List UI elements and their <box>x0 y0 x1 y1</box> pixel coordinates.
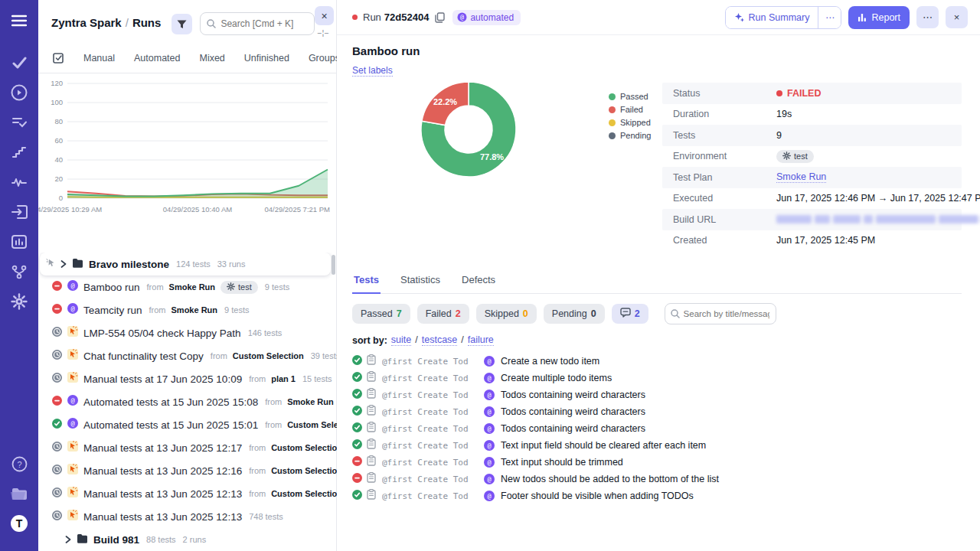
run-list-item[interactable]: Chat functinality test CopyfromCustom Se… <box>38 344 337 367</box>
more-actions-button[interactable]: ⋯ <box>916 6 939 28</box>
test-plan-link[interactable]: Smoke Run <box>776 171 826 183</box>
close-run-button[interactable]: × <box>946 6 968 28</box>
automated-badge[interactable]: @automated <box>452 10 521 25</box>
run-list-item[interactable]: Manual tests at 17 Jun 2025 10:09frompla… <box>38 367 337 390</box>
projects-folder-icon[interactable] <box>9 484 29 504</box>
svg-text:100: 100 <box>51 98 63 106</box>
gear-icon <box>782 152 791 161</box>
sign-in-icon[interactable] <box>9 202 29 222</box>
filter-failed-button[interactable]: Failed2 <box>417 304 469 324</box>
scrollbar-thumb[interactable] <box>332 255 335 275</box>
folder-row[interactable]: Bravo milestone124 tests33 runs <box>40 253 331 276</box>
environment-badge[interactable]: test <box>220 281 258 294</box>
run-list-item[interactable]: @Bamboo runfromSmoke Runtest9 tests <box>38 276 337 298</box>
run-title: Chat functinality test Copy <box>83 350 204 362</box>
run-from-label: from <box>249 466 266 475</box>
finished-clock-icon <box>52 327 62 337</box>
svg-text:@: @ <box>70 282 74 289</box>
branches-icon[interactable] <box>9 262 29 282</box>
chevron-right-icon[interactable] <box>60 257 67 271</box>
list-check-icon[interactable] <box>9 112 29 132</box>
set-labels-link[interactable]: Set labels <box>352 65 393 77</box>
test-title: Todos containing weird characters <box>501 406 645 417</box>
comments-filter-button[interactable]: 2 <box>612 304 648 324</box>
folder-row[interactable]: Build 98188 tests2 runs <box>38 528 337 551</box>
run-tests-count: 39 tests <box>311 351 337 360</box>
menu-icon[interactable] <box>9 11 29 31</box>
status-value: FAILED <box>776 88 821 99</box>
runs-tab-manual[interactable]: Manual <box>83 53 115 64</box>
panel-close-button[interactable]: × <box>315 6 334 25</box>
breadcrumb-project[interactable]: Zyntra Spark <box>51 16 122 29</box>
chevron-right-icon[interactable] <box>65 533 71 546</box>
test-suite-path: @first Create Todos... <box>382 458 469 468</box>
manual-run-icon <box>67 326 78 340</box>
run-detail-panel: Run 72d52404 @automated Run Summary ⋯ Re… <box>337 0 980 551</box>
tab-defects[interactable]: Defects <box>460 269 497 293</box>
test-row[interactable]: @first Create Todos...@Todos containing … <box>352 403 962 420</box>
run-list-item[interactable]: @Automated tests at 15 Jun 2025 15:08fro… <box>38 390 337 413</box>
finished-icon <box>52 487 62 500</box>
runs-search-input[interactable] <box>220 18 306 29</box>
folder-icon <box>77 533 88 543</box>
svg-text:@: @ <box>487 458 491 466</box>
run-title: Bamboo run <box>83 282 140 293</box>
tests-search-input[interactable] <box>684 309 769 318</box>
check-icon[interactable] <box>9 53 29 73</box>
runs-search[interactable] <box>200 12 315 35</box>
select-runs-icon[interactable] <box>53 52 64 64</box>
activity-icon[interactable] <box>9 172 29 192</box>
svg-text:@: @ <box>70 396 74 404</box>
sort-by-suite-link[interactable]: suite <box>391 334 411 346</box>
detail-label: Test Plan <box>673 172 776 183</box>
test-row[interactable]: @first Create Todos...@Text input should… <box>352 454 962 471</box>
run-list-item[interactable]: Manual tests at 13 Jun 2025 12:13748 tes… <box>38 505 337 528</box>
passed-icon <box>52 418 62 432</box>
runs-tab-unfinished[interactable]: Unfinished <box>244 53 289 64</box>
run-list-item[interactable]: Manual tests at 13 Jun 2025 12:13fromCus… <box>38 482 337 505</box>
report-button[interactable]: Report <box>848 6 910 29</box>
report-chart-icon <box>858 13 867 22</box>
runs-tab-mixed[interactable]: Mixed <box>199 53 224 64</box>
filter-pending-button[interactable]: Pending0 <box>544 304 605 324</box>
panel-resize-icon[interactable]: ‒¦‒ <box>318 29 329 37</box>
run-title: Automated tests at 15 Jun 2025 15:01 <box>83 419 258 431</box>
copy-run-id-button[interactable] <box>435 12 445 23</box>
filter-passed-button[interactable]: Passed7 <box>352 304 410 324</box>
test-row[interactable]: @first Create Todos...@Create a new todo… <box>352 353 962 370</box>
run-list-item[interactable]: LMP-554 05/04 check Happy Path146 tests <box>38 321 337 344</box>
runs-tab-groups[interactable]: Groups <box>309 53 340 64</box>
run-list-item[interactable]: @Teamcity runfromSmoke Run9 tests <box>38 298 337 321</box>
run-list-item[interactable]: @Automated tests at 15 Jun 2025 15:01fro… <box>38 413 337 436</box>
test-row[interactable]: @first Create Todos...@New todos should … <box>352 471 962 487</box>
automated-test-icon: @ <box>484 491 495 501</box>
run-summary-more-button[interactable]: ⋯ <box>818 7 841 28</box>
help-circle-icon[interactable]: ? <box>9 454 29 474</box>
logo-t-icon[interactable]: T <box>9 514 29 533</box>
legend-dot <box>609 93 616 100</box>
run-list-item[interactable]: Manual tests at 13 Jun 2025 12:16fromCus… <box>38 459 337 482</box>
runs-tab-automated[interactable]: Automated <box>134 53 180 64</box>
tests-search[interactable] <box>665 303 776 324</box>
test-row[interactable]: @first Create Todos...@Create multiple t… <box>352 370 962 386</box>
play-circle-icon[interactable] <box>9 83 29 103</box>
run-summary-button[interactable]: Run Summary <box>726 7 818 28</box>
filter-skipped-button[interactable]: Skipped0 <box>476 304 537 324</box>
filter-button[interactable] <box>172 14 192 34</box>
tab-tests[interactable]: Tests <box>352 269 381 294</box>
passed-icon <box>352 371 362 385</box>
run-list-item[interactable]: Manual tests at 13 Jun 2025 12:17fromCus… <box>38 436 337 459</box>
steps-icon[interactable] <box>9 142 29 162</box>
test-row[interactable]: @first Create Todos...@Text input field … <box>352 437 962 454</box>
breadcrumb-page: Runs <box>132 16 162 29</box>
sort-by-failure-link[interactable]: failure <box>468 334 494 346</box>
sort-by-testcase-link[interactable]: testcase <box>422 334 458 346</box>
environment-badge[interactable]: test <box>776 150 814 163</box>
test-row[interactable]: @first Create Todos...@Footer should be … <box>352 487 962 504</box>
tab-statistics[interactable]: Statistics <box>399 269 442 293</box>
test-row[interactable]: @first Create Todos...@Todos containing … <box>352 386 962 403</box>
bar-chart-icon[interactable] <box>9 232 29 252</box>
failed-icon <box>52 395 62 409</box>
test-row[interactable]: @first Create Todos...@Todos containing … <box>352 420 962 437</box>
settings-gear-icon[interactable] <box>9 292 29 311</box>
